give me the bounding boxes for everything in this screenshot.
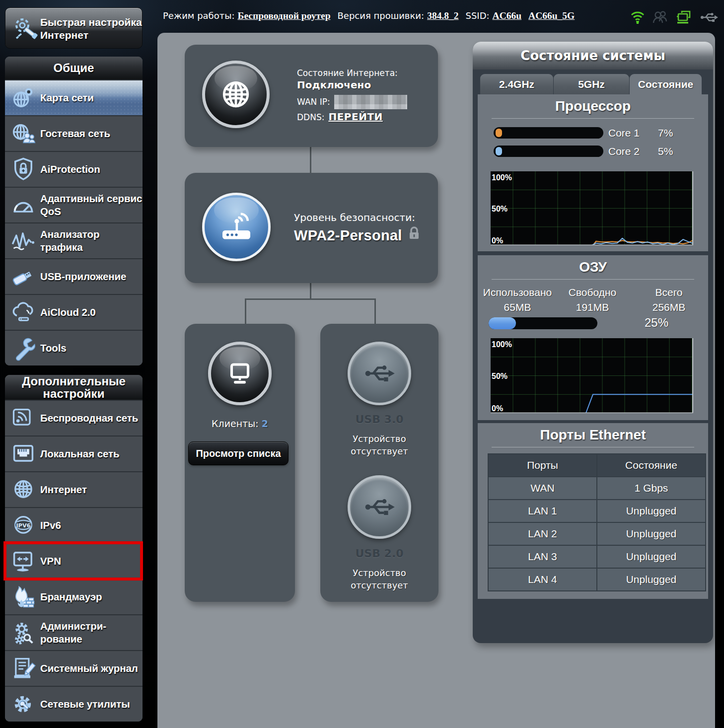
firewall-icon bbox=[10, 584, 36, 610]
client-monitor-icon bbox=[211, 345, 269, 402]
wan-ip-label: WAN IP: bbox=[297, 96, 330, 107]
svg-text:IPV6: IPV6 bbox=[16, 522, 30, 529]
wireless-icon bbox=[10, 405, 36, 431]
connector-branch-clients bbox=[245, 298, 246, 324]
sidebar-item-label: Локальная сеть bbox=[40, 447, 143, 460]
ssid-label: SSID: bbox=[466, 10, 490, 21]
firmware-version-link[interactable]: 384.8_2 bbox=[427, 10, 458, 21]
administration-icon bbox=[10, 620, 36, 646]
sidebar-item-aicloud[interactable]: AiCloud 2.0 bbox=[5, 294, 143, 330]
port-cell: WAN bbox=[488, 477, 597, 500]
firmware-label: Версия прошивки: bbox=[338, 10, 425, 21]
wifi-status-icon[interactable] bbox=[630, 9, 645, 24]
ram-total-value: 256MB bbox=[652, 301, 686, 313]
sidebar-item-label: Карта сети bbox=[40, 91, 143, 104]
system-status-title: Состояние системы bbox=[473, 42, 713, 70]
operation-mode-label: Режим работы: bbox=[163, 10, 234, 21]
table-row: LAN 1 Unplugged bbox=[488, 500, 706, 522]
tab-status[interactable]: Состояние bbox=[630, 74, 702, 94]
sidebar-item-vpn[interactable]: VPN bbox=[5, 543, 143, 579]
state-column-header: Состояние bbox=[597, 454, 706, 477]
usb2-title: USB 2.0 bbox=[320, 547, 438, 560]
security-level-value: WPA2-Personal bbox=[294, 227, 402, 244]
ports-header-row: Порты Состояние bbox=[488, 454, 706, 477]
qos-icon bbox=[10, 192, 36, 218]
lock-icon bbox=[408, 226, 420, 242]
sidebar-section-general: Общие Карта сети bbox=[5, 57, 143, 365]
sidebar-item-label: Адаптивный сервис QoS bbox=[40, 192, 143, 218]
ram-used: Использовано 65MB bbox=[478, 285, 557, 315]
ssid-5-link[interactable]: AC66u_5G bbox=[528, 10, 575, 21]
sidebar-item-wireless[interactable]: Беспроводная сеть bbox=[5, 400, 143, 436]
usb2-status: Устройство отсутствует bbox=[342, 567, 417, 591]
sidebar-item-label: IPv6 bbox=[40, 519, 143, 532]
cpu-divider bbox=[492, 118, 694, 119]
wired-clients-status-icon[interactable] bbox=[676, 9, 693, 24]
sidebar-item-network-map[interactable]: Карта сети bbox=[5, 79, 143, 115]
cpu-section-title: Процессор bbox=[478, 94, 708, 114]
operation-mode-link[interactable]: Беспроводной роутер bbox=[237, 10, 330, 21]
security-level-label: Уровень безопасности: bbox=[294, 212, 415, 223]
router-badge[interactable] bbox=[202, 193, 271, 261]
state-cell: Unplugged bbox=[597, 545, 706, 568]
sidebar-item-firewall[interactable]: Брандмауэр bbox=[5, 579, 143, 614]
aiprotection-icon bbox=[10, 156, 36, 182]
ram-divider bbox=[492, 279, 694, 280]
sidebar-item-aiprotection[interactable]: AiProtection bbox=[5, 151, 143, 187]
svg-text:100%: 100% bbox=[492, 340, 512, 349]
sidebar-item-system-log[interactable]: Системный журнал bbox=[5, 650, 143, 686]
tab-5ghz[interactable]: 5GHz bbox=[554, 74, 629, 94]
ethernet-ports-section: Порты Ethernet Порты Состояние WAN 1 Gbp… bbox=[478, 423, 708, 599]
sidebar-item-label: Tools bbox=[40, 342, 143, 355]
svg-text:0%: 0% bbox=[492, 236, 503, 245]
view-client-list-button[interactable]: Просмотр списка bbox=[188, 441, 289, 465]
clients-status-icon[interactable] bbox=[652, 9, 668, 24]
ram-usage-chart: 100%50%0% bbox=[491, 338, 693, 413]
usb2-badge[interactable] bbox=[348, 475, 411, 539]
sidebar-general-header: Общие bbox=[5, 57, 143, 79]
sidebar-item-wan[interactable]: Интернет bbox=[5, 471, 143, 507]
usb3-badge[interactable] bbox=[348, 342, 411, 405]
sidebar-item-label: AiProtection bbox=[40, 163, 143, 176]
sidebar-item-tools[interactable]: Tools bbox=[5, 330, 143, 365]
state-cell: Unplugged bbox=[597, 568, 706, 591]
sidebar-item-label: Беспроводная сеть bbox=[40, 412, 143, 425]
sidebar-item-network-tools[interactable]: Сетевые утилиты bbox=[5, 686, 143, 722]
sidebar-item-traffic-analyzer[interactable]: Анализатор трафика bbox=[5, 222, 143, 258]
state-cell: Unplugged bbox=[597, 500, 706, 522]
sidebar-item-administration[interactable]: Администри-рование bbox=[5, 614, 143, 650]
sidebar-item-lan[interactable]: Локальная сеть bbox=[5, 436, 143, 471]
core1-value: 7% bbox=[658, 127, 673, 139]
vpn-icon bbox=[10, 548, 36, 574]
ethernet-ports-title: Порты Ethernet bbox=[478, 423, 708, 443]
connector-branch-usb bbox=[374, 298, 376, 324]
clients-count: 2 bbox=[262, 418, 268, 429]
table-row: LAN 3 Unplugged bbox=[488, 545, 706, 568]
ram-usage-bar bbox=[489, 317, 597, 329]
sidebar-item-ipv6[interactable]: IPV6 IPv6 bbox=[5, 507, 143, 543]
sidebar-item-qos[interactable]: Адаптивный сервис QoS bbox=[5, 187, 143, 222]
aicloud-icon bbox=[10, 299, 36, 325]
wan-ip-redacted bbox=[334, 95, 407, 109]
traffic-analyzer-icon bbox=[10, 228, 36, 254]
ports-column-header: Порты bbox=[488, 454, 597, 477]
ssid-24-link[interactable]: AC66u bbox=[493, 10, 522, 21]
ddns-go-link[interactable]: ПЕРЕЙТИ bbox=[328, 111, 382, 122]
system-status-tabs: 2.4GHz 5GHz Состояние bbox=[480, 74, 706, 94]
state-cell: 1 Gbps bbox=[597, 477, 706, 500]
usb3-status: Устройство отсутствует bbox=[342, 433, 417, 457]
ports-divider bbox=[492, 447, 694, 447]
usb-status-icon[interactable] bbox=[700, 10, 718, 23]
clients-badge[interactable] bbox=[208, 342, 272, 405]
port-cell: LAN 4 bbox=[488, 568, 597, 591]
quick-internet-setup-button[interactable]: Быстрая настройкаИнтернет bbox=[5, 7, 143, 49]
cpu-usage-chart: 100%50%0% bbox=[491, 171, 693, 245]
ddns-label: DDNS: bbox=[297, 112, 324, 123]
tab-2-4ghz[interactable]: 2.4GHz bbox=[480, 74, 553, 94]
sidebar-item-guest-network[interactable]: Гостевая сеть bbox=[5, 115, 143, 151]
internet-globe-badge[interactable] bbox=[202, 61, 270, 128]
usb-connector-icon bbox=[350, 344, 409, 403]
lan-icon bbox=[10, 441, 36, 467]
sidebar-item-label: VPN bbox=[40, 555, 143, 568]
sidebar-item-usb-application[interactable]: USB-приложение bbox=[5, 258, 143, 294]
